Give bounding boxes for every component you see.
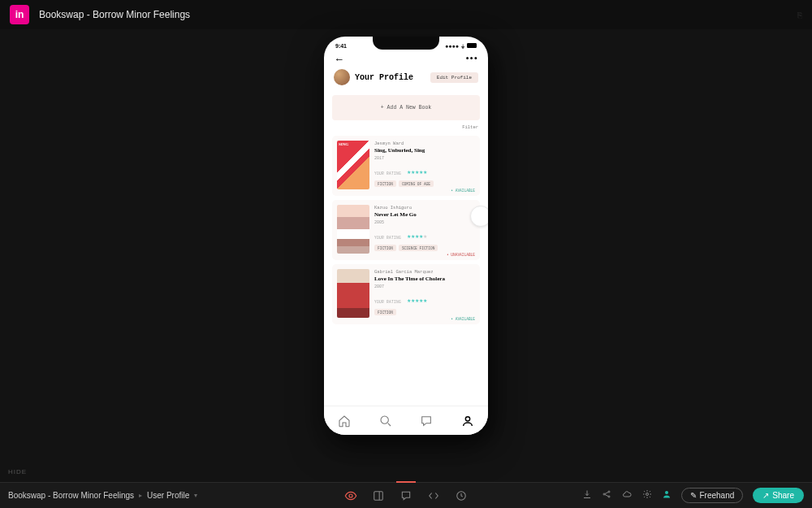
user-presence-icon[interactable] (662, 489, 672, 501)
wifi-icon: ⏚ (461, 43, 464, 49)
settings-icon[interactable] (642, 489, 652, 501)
share-label: Share (772, 491, 794, 500)
preview-icon[interactable] (344, 489, 357, 502)
nav-profile-icon[interactable] (460, 414, 475, 428)
edit-profile-button[interactable]: Edit Profile (430, 72, 478, 83)
status-badge: • AVAILABLE (451, 189, 475, 193)
toolbar-right: ✎ Freehand ↗ Share (582, 488, 805, 503)
book-title: Love In The Time of Cholera (374, 276, 475, 282)
svg-point-8 (646, 493, 648, 496)
book-card[interactable]: Kazuo Ishiguro Never Let Me Go 2005 YOUR… (332, 200, 480, 260)
back-arrow-icon[interactable]: ← (334, 53, 344, 66)
active-indicator (396, 481, 416, 483)
screen-header: ← ••• (330, 51, 482, 69)
book-cover (337, 205, 369, 254)
app-header: in Bookswap - Borrow Minor Feelings ⎘ (0, 0, 812, 29)
star-icon: ★ (423, 297, 427, 303)
invision-logo[interactable]: in (10, 5, 29, 24)
breadcrumb-screen[interactable]: User Profile (147, 491, 189, 500)
inspect-icon[interactable] (427, 489, 440, 502)
tag[interactable]: FICTION (374, 180, 396, 187)
status-badge: • UNAVAILABLE (447, 253, 475, 257)
header-right-actions: ⎘ (797, 11, 802, 20)
star-icon: ★ (423, 169, 427, 175)
svg-point-0 (381, 416, 388, 423)
cloud-icon[interactable] (621, 489, 633, 501)
status-badge: • AVAILABLE (451, 317, 475, 321)
svg-point-9 (665, 491, 668, 494)
book-title: Sing, Unburied, Sing (374, 147, 475, 154)
status-icons: ●●●● ⏚ (445, 43, 477, 49)
nav-home-icon[interactable] (337, 414, 352, 428)
hide-label[interactable]: HIDE (8, 468, 27, 475)
rating-stars: ★★★★★ (407, 233, 427, 239)
tag[interactable]: COMING OF AGE (399, 180, 434, 187)
book-author: Gabriel Garcia Marquez (374, 269, 475, 275)
freehand-label: Freehand (700, 491, 735, 500)
rating-label: YOUR RATING (374, 300, 401, 304)
nav-chat-icon[interactable] (419, 414, 434, 428)
book-info: Gabriel Garcia Marquez Love In The Time … (374, 269, 475, 319)
book-info: Jesmyn Ward Sing, Unburied, Sing 2017 YO… (374, 141, 475, 191)
rating-stars: ★★★★★ (407, 297, 427, 303)
breadcrumb-project[interactable]: Bookswap - Borrow Minor Feelings (8, 491, 134, 500)
download-icon[interactable] (582, 489, 592, 501)
bottom-toolbar: Bookswap - Borrow Minor Feelings ▸ User … (0, 482, 812, 508)
avatar[interactable] (334, 69, 350, 85)
svg-point-1 (465, 416, 469, 420)
pencil-icon: ✎ (690, 491, 697, 500)
project-title: Bookswap - Borrow Minor Feelings (39, 9, 190, 20)
bottom-nav (324, 406, 488, 435)
profile-row: Your Profile Edit Profile (330, 69, 482, 92)
book-card[interactable]: Jesmyn Ward Sing, Unburied, Sing 2017 YO… (332, 136, 480, 196)
tag-row: FICTION COMING OF AGE (374, 180, 475, 187)
svg-point-2 (349, 494, 352, 497)
tag[interactable]: FICTION (374, 245, 396, 251)
battery-icon (467, 43, 477, 48)
freehand-button[interactable]: ✎ Freehand (681, 488, 744, 503)
comment-icon[interactable] (400, 489, 412, 502)
share-button[interactable]: ↗ Share (753, 488, 804, 503)
status-time: 9:41 (335, 43, 347, 49)
tag[interactable]: FICTION (374, 309, 396, 315)
book-info: Kazuo Ishiguro Never Let Me Go 2005 YOUR… (374, 205, 475, 255)
tag-row: FICTION SCIENCE FICTION (374, 245, 475, 251)
book-author: Kazuo Ishiguro (374, 205, 475, 211)
build-icon[interactable] (372, 489, 385, 502)
filter-button[interactable]: Filter (330, 122, 482, 133)
header-action-placeholder[interactable]: ⎘ (797, 11, 802, 20)
rating-stars: ★★★★★ (407, 169, 427, 175)
book-year: 2007 (374, 284, 475, 289)
svg-point-5 (603, 493, 605, 495)
page-title: Your Profile (355, 73, 413, 82)
book-year: 2005 (374, 220, 475, 225)
share-nodes-icon[interactable] (602, 489, 611, 501)
chevron-right-icon: ▸ (139, 492, 142, 499)
star-icon: ★ (423, 233, 427, 239)
share-arrow-icon: ↗ (762, 491, 769, 500)
floating-action-button[interactable] (470, 206, 488, 227)
book-year: 2017 (374, 156, 475, 161)
book-author: Jesmyn Ward (374, 141, 475, 146)
toolbar-center (344, 489, 468, 502)
svg-point-7 (608, 496, 610, 497)
phone-mockup: 9:41 ●●●● ⏚ ← ••• Your Profile Edit Prof… (324, 37, 488, 435)
tag-row: FICTION (374, 309, 475, 315)
nav-search-icon[interactable] (378, 414, 393, 428)
app-content: ← ••• Your Profile Edit Profile + Add A … (324, 51, 488, 406)
book-cover (337, 141, 369, 189)
more-dots-icon[interactable]: ••• (465, 53, 478, 66)
history-icon[interactable] (455, 489, 468, 502)
chevron-down-icon[interactable]: ▾ (194, 492, 197, 499)
phone-notch (373, 37, 439, 50)
signal-icon: ●●●● (445, 43, 459, 49)
rating-label: YOUR RATING (374, 172, 401, 176)
book-title: Never Let Me Go (374, 211, 475, 218)
book-card[interactable]: Gabriel Garcia Marquez Love In The Time … (332, 264, 480, 324)
add-book-button[interactable]: + Add A New Book (332, 95, 480, 120)
book-cover (337, 269, 369, 318)
tag[interactable]: SCIENCE FICTION (399, 245, 438, 251)
svg-point-6 (608, 491, 610, 493)
breadcrumb: Bookswap - Borrow Minor Feelings ▸ User … (8, 491, 197, 500)
rating-label: YOUR RATING (374, 236, 401, 240)
